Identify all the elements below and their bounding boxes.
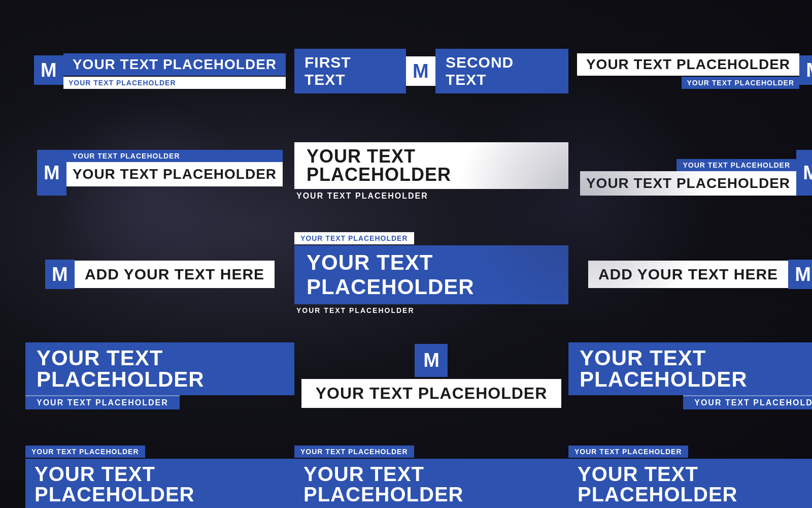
main-text-r3c2: YOUR TEXT PLACEHOLDER <box>294 245 568 304</box>
sub-text-r2c1: YOUR TEXT PLACEHOLDER <box>66 150 283 162</box>
component-r1c1: M YOUR TEXT PLACEHOLDER YOUR TEXT PLACEH… <box>34 53 286 89</box>
component-r5c1: YOUR TEXT PLACEHOLDER YOUR TEXT PLACEHOL… <box>25 446 294 508</box>
cell-r5c2: YOUR TEXT PLACEHOLDER YOUR TEXT PLACEHOL… <box>294 427 568 508</box>
cell-r1c3: YOUR TEXT PLACEHOLDER YOUR TEXT PLACEHOL… <box>568 20 812 122</box>
brand-m-icon-r2c1: M <box>37 150 66 196</box>
cell-r3c1: M ADD YOUR TEXT HERE <box>25 224 294 325</box>
component-r4c1: YOUR TEXT PLACEHOLDER YOUR TEXT PLACEHOL… <box>25 342 294 409</box>
sub-text-r1c1: YOUR TEXT PLACEHOLDER <box>63 77 286 89</box>
brand-m-icon-r3c3: M <box>788 260 812 289</box>
sub-text-r5c3: YOUR TEXT PLACEHOLDER <box>568 446 688 458</box>
component-r4c3: YOUR TEXT PLACEHOLDER YOUR TEXT PLACEHOL… <box>568 342 812 409</box>
sub-text-r3c2: YOUR TEXT PLACEHOLDER <box>294 304 417 316</box>
cell-r3c2: YOUR TEXT PLACEHOLDER YOUR TEXT PLACEHOL… <box>294 224 568 325</box>
component-r2c2: YOUR TEXT PLACEHOLDER YOUR TEXT PLACEHOL… <box>294 142 568 203</box>
label-r3c2: YOUR TEXT PLACEHOLDER <box>294 232 414 244</box>
component-r3c3: ADD YOUR TEXT HERE M <box>588 260 812 289</box>
main-text-r2c3: YOUR TEXT PLACEHOLDER <box>580 171 796 196</box>
main-text-r2c2: YOUR TEXT PLACEHOLDER <box>294 142 568 189</box>
component-r3c1: M ADD YOUR TEXT HERE <box>45 260 275 289</box>
component-r1c3: YOUR TEXT PLACEHOLDER YOUR TEXT PLACEHOL… <box>577 53 812 89</box>
main-text-r4c2: YOUR TEXT PLACEHOLDER <box>301 379 562 408</box>
main-text-r3c3: ADD YOUR TEXT HERE <box>588 261 788 288</box>
text-left-r1c2: FIRST TEXT <box>294 49 406 93</box>
cell-r2c1: M YOUR TEXT PLACEHOLDER YOUR TEXT PLACEH… <box>25 122 294 224</box>
main-text-r2c1: YOUR TEXT PLACEHOLDER <box>66 162 283 186</box>
brand-m-icon-r3c1: M <box>45 260 75 289</box>
sub-text-r2c2: YOUR TEXT PLACEHOLDER <box>294 189 430 203</box>
text-stack-r1c3: YOUR TEXT PLACEHOLDER YOUR TEXT PLACEHOL… <box>577 53 799 89</box>
cell-r4c1: YOUR TEXT PLACEHOLDER YOUR TEXT PLACEHOL… <box>25 325 294 427</box>
sub-text-r5c1: YOUR TEXT PLACEHOLDER <box>25 446 145 458</box>
component-r2c1: M YOUR TEXT PLACEHOLDER YOUR TEXT PLACEH… <box>37 150 283 196</box>
sub-text-r4c1: YOUR TEXT PLACEHOLDER <box>25 395 180 409</box>
main-text-r5c2: YOUR TEXT PLACEHOLDER <box>294 459 568 508</box>
brand-m-icon-r1c3: M <box>799 55 812 85</box>
main-text-r1c1: YOUR TEXT PLACEHOLDER <box>63 53 286 76</box>
sub-text-r4c3: YOUR TEXT PLACEHOLDER <box>683 395 812 409</box>
main-text-r1c3: YOUR TEXT PLACEHOLDER <box>577 53 799 76</box>
text-right-r1c2: SECOND TEXT <box>435 49 568 93</box>
brand-m-icon: M <box>34 55 63 85</box>
cell-r2c2: YOUR TEXT PLACEHOLDER YOUR TEXT PLACEHOL… <box>294 122 568 224</box>
component-r5c3: YOUR TEXT PLACEHOLDER YOUR TEXT PLACEHOL… <box>568 446 812 508</box>
sub-text-r2c3: YOUR TEXT PLACEHOLDER <box>676 159 796 171</box>
cell-r1c1: M YOUR TEXT PLACEHOLDER YOUR TEXT PLACEH… <box>25 20 294 122</box>
text-stack-r1c1: YOUR TEXT PLACEHOLDER YOUR TEXT PLACEHOL… <box>63 53 286 89</box>
brand-m-icon-r4c2: M <box>415 344 448 377</box>
component-r1c2: FIRST TEXT M SECOND TEXT <box>294 49 568 93</box>
main-text-r5c3: YOUR TEXT PLACEHOLDER <box>568 459 812 508</box>
text-stack-r2c3: YOUR TEXT PLACEHOLDER YOUR TEXT PLACEHOL… <box>580 159 796 196</box>
cell-r5c3: YOUR TEXT PLACEHOLDER YOUR TEXT PLACEHOL… <box>568 427 812 508</box>
component-r5c2: YOUR TEXT PLACEHOLDER YOUR TEXT PLACEHOL… <box>294 446 568 508</box>
cell-r4c2: M YOUR TEXT PLACEHOLDER <box>294 325 568 427</box>
cell-r2c3: YOUR TEXT PLACEHOLDER YOUR TEXT PLACEHOL… <box>568 122 812 224</box>
cell-r4c3: YOUR TEXT PLACEHOLDER YOUR TEXT PLACEHOL… <box>568 325 812 427</box>
brand-m-icon-r1c2: M <box>406 56 435 86</box>
cell-r5c1: YOUR TEXT PLACEHOLDER YOUR TEXT PLACEHOL… <box>25 427 294 508</box>
component-r2c3: YOUR TEXT PLACEHOLDER YOUR TEXT PLACEHOL… <box>580 150 812 196</box>
sub-text-r5c2: YOUR TEXT PLACEHOLDER <box>294 446 414 458</box>
component-r4c2: M YOUR TEXT PLACEHOLDER <box>301 344 562 408</box>
main-text-r3c1: ADD YOUR TEXT HERE <box>75 261 275 288</box>
cell-r1c2: FIRST TEXT M SECOND TEXT <box>294 20 568 122</box>
text-stack-r2c1: YOUR TEXT PLACEHOLDER YOUR TEXT PLACEHOL… <box>66 150 283 186</box>
component-r3c2: YOUR TEXT PLACEHOLDER YOUR TEXT PLACEHOL… <box>294 232 568 316</box>
cell-r3c3: ADD YOUR TEXT HERE M <box>568 224 812 325</box>
main-text-r4c1: YOUR TEXT PLACEHOLDER <box>25 342 294 395</box>
sub-text-r1c3: YOUR TEXT PLACEHOLDER <box>682 77 799 89</box>
brand-m-icon-r2c3: M <box>796 150 812 196</box>
main-text-r4c3: YOUR TEXT PLACEHOLDER <box>568 342 812 395</box>
main-text-r5c1: YOUR TEXT PLACEHOLDER <box>25 459 294 508</box>
